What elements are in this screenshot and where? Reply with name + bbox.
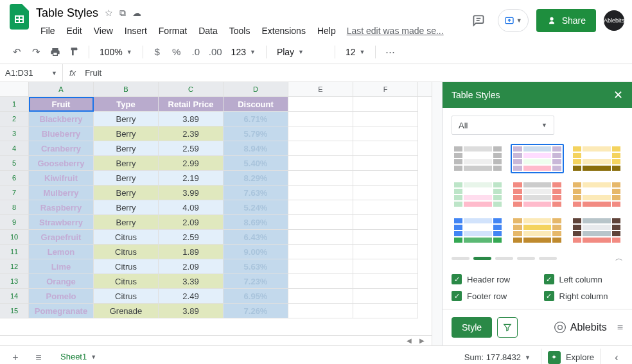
sheets-logo[interactable] [8,5,31,28]
cell[interactable]: 2.59 [159,141,224,156]
sheet-tab[interactable]: Sheet1▼ [51,348,105,364]
cell[interactable]: Berry [94,156,159,171]
cell[interactable]: Type [94,97,159,112]
cell[interactable]: 2.59 [159,230,224,245]
style-swatch[interactable] [511,216,563,245]
right-column-checkbox[interactable]: ✓Right column [544,291,624,301]
menu-file[interactable]: File [36,23,60,39]
menu-view[interactable]: View [89,23,118,39]
row-header[interactable]: 5 [0,156,29,171]
cell[interactable]: Retail Price [159,97,224,112]
more-button[interactable]: ⋯ [381,43,399,61]
cell[interactable]: 3.89 [159,112,224,126]
font-size-dropdown[interactable]: 12▼ [340,44,371,60]
cell[interactable] [288,245,353,259]
cell[interactable]: Citrus [94,289,159,304]
currency-button[interactable]: $ [148,43,166,61]
row-header[interactable]: 4 [0,141,29,156]
cell[interactable]: 2.09 [159,215,224,230]
scroll-left-icon[interactable]: ◀ [405,336,414,345]
cell[interactable]: Citrus [94,230,159,245]
style-swatch[interactable] [511,180,563,209]
cell[interactable]: 5.24% [224,200,288,215]
cell[interactable] [288,289,353,304]
close-icon[interactable]: ✕ [613,88,623,102]
column-header[interactable]: F [353,82,418,96]
present-button[interactable]: ▼ [498,9,529,32]
cell[interactable] [353,171,418,186]
row-header[interactable]: 6 [0,171,29,186]
cell[interactable]: Fruit [29,97,94,112]
row-header[interactable]: 2 [0,112,29,126]
cell[interactable]: 7.63% [224,186,288,200]
cell[interactable] [288,230,353,245]
header-row-checkbox[interactable]: ✓Header row [452,274,531,284]
cell[interactable]: 9.00% [224,245,288,259]
menu-data[interactable]: Data [194,23,222,39]
share-button[interactable]: Share [536,9,596,32]
cell[interactable]: 7.26% [224,304,288,318]
cell[interactable]: Citrus [94,245,159,259]
dec-increase-button[interactable]: .00 [206,43,225,61]
cell[interactable]: 8.29% [224,171,288,186]
fx-icon[interactable]: fx [63,68,82,78]
cell[interactable]: 4.09 [159,200,224,215]
quicksum-dropdown[interactable]: Sum: 177.8432▼ [459,350,536,364]
row-header[interactable]: 7 [0,186,29,200]
cell[interactable] [288,141,353,156]
horizontal-scrollbar[interactable]: ◀ ▶ [0,335,432,345]
cell[interactable]: 2.19 [159,171,224,186]
print-button[interactable] [46,43,64,61]
zoom-dropdown[interactable]: 100%▼ [94,44,137,60]
row-header[interactable]: 9 [0,215,29,230]
style-swatch[interactable] [511,144,563,173]
select-all-corner[interactable] [0,82,29,96]
column-header[interactable]: C [159,82,224,96]
add-sheet-button[interactable]: + [5,347,26,365]
cell[interactable] [353,230,418,245]
column-header[interactable]: A [29,82,94,96]
menu-help[interactable]: Help [313,23,340,39]
cell[interactable]: Berry [94,186,159,200]
style-swatch[interactable] [452,180,504,209]
style-swatch[interactable] [452,216,504,245]
row-header[interactable]: 3 [0,126,29,141]
cell[interactable]: Berry [94,126,159,141]
cell[interactable] [353,245,418,259]
cell[interactable]: 6.71% [224,112,288,126]
cell[interactable]: 2.39 [159,126,224,141]
cell[interactable]: 8.94% [224,141,288,156]
cell[interactable]: 5.40% [224,156,288,171]
row-header[interactable]: 14 [0,289,29,304]
cell[interactable] [353,112,418,126]
style-swatch[interactable] [452,144,504,173]
move-icon[interactable]: ⧉ [119,8,126,19]
cell[interactable]: 3.39 [159,274,224,289]
cell[interactable] [288,112,353,126]
cell[interactable] [353,259,418,274]
left-column-checkbox[interactable]: ✓Left column [544,274,624,284]
cell[interactable] [288,186,353,200]
paint-format-button[interactable] [66,43,83,61]
dec-decrease-button[interactable]: .0 [187,43,205,61]
cell[interactable] [288,200,353,215]
cell[interactable] [353,289,418,304]
cell[interactable] [353,200,418,215]
cell[interactable] [353,156,418,171]
style-filter-dropdown[interactable]: All▼ [452,116,554,135]
cell[interactable]: 8.69% [224,215,288,230]
cell[interactable]: Citrus [94,274,159,289]
column-header[interactable]: B [94,82,159,96]
cell[interactable]: Grenade [94,304,159,318]
cell[interactable]: 1.89 [159,245,224,259]
undo-button[interactable]: ↶ [8,43,26,61]
cell[interactable]: Blueberry [29,126,94,141]
name-box[interactable]: A1:D31▼ [0,64,63,82]
cell[interactable]: 6.43% [224,230,288,245]
column-header[interactable]: D [224,82,288,96]
menu-insert[interactable]: Insert [120,23,152,39]
cloud-icon[interactable]: ☁ [132,8,141,18]
cell[interactable]: Grapefruit [29,230,94,245]
cell[interactable] [353,215,418,230]
cell[interactable]: Berry [94,215,159,230]
